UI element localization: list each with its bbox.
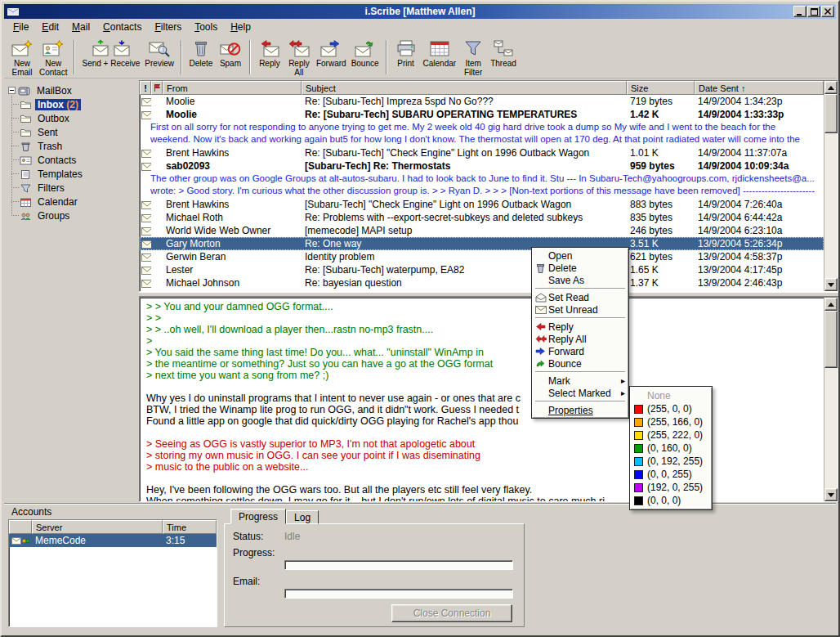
- mark-option-0-0-255[interactable]: (0, 0, 255): [631, 468, 711, 481]
- context-menu-open[interactable]: Open: [533, 249, 628, 262]
- column-date-sent[interactable]: Date Sent ↑: [695, 81, 824, 95]
- column-priority[interactable]: !: [140, 81, 151, 95]
- scroll-down-button[interactable]: [824, 278, 838, 291]
- toolbar-button-send-receive[interactable]: Send + Receive: [79, 37, 142, 68]
- scroll-up-button[interactable]: [824, 81, 838, 94]
- toolbar-button-print[interactable]: Print: [391, 37, 421, 68]
- menu-edit[interactable]: Edit: [35, 20, 65, 35]
- context-menu-mark[interactable]: Mark▸: [533, 375, 628, 387]
- accounts-header: ServerTime: [9, 520, 217, 534]
- scrollbar-thumb[interactable]: [824, 311, 838, 368]
- menu-file[interactable]: File: [7, 20, 35, 35]
- mail-row[interactable]: sab02093[Subaru-Tech] Re: Thermostats959…: [140, 159, 824, 173]
- mark-option-255-0-0[interactable]: (255, 0, 0): [631, 402, 711, 415]
- menu-help[interactable]: Help: [224, 20, 257, 35]
- mail-row[interactable]: Gerwin BeranIdentity problem621 bytes13/…: [140, 250, 824, 263]
- mail-row[interactable]: Brent Hawkins[Subaru-Tech] "Check Engine…: [140, 198, 824, 211]
- close-button[interactable]: [821, 6, 834, 17]
- account-row[interactable]: MemeCode3:15: [9, 534, 217, 547]
- close-connection-button[interactable]: Close Connection: [391, 604, 512, 622]
- folder-trash[interactable]: Trash: [20, 139, 136, 153]
- tree-root-mailbox[interactable]: MailBox: [7, 83, 136, 97]
- folder-templates[interactable]: Templates: [20, 167, 136, 181]
- color-swatch: [634, 496, 643, 505]
- context-menu-save-as[interactable]: Save As: [533, 274, 628, 286]
- folder-filters[interactable]: Filters: [20, 181, 136, 195]
- context-menu-set-read[interactable]: Set Read: [533, 291, 628, 303]
- mail-size: 1.37 K: [627, 276, 695, 289]
- message-line: > the meantime or something? Just so you…: [146, 358, 817, 370]
- mark-option-0-192-255[interactable]: (0, 192, 255): [631, 455, 711, 468]
- column-server[interactable]: Server: [32, 520, 163, 534]
- context-menu-delete[interactable]: Delete: [533, 262, 628, 274]
- mail-list-pane: !FromSubjectSizeDate Sent ↑ MoolieRe: [S…: [139, 80, 838, 292]
- mark-option-0-160-0[interactable]: (0, 160, 0): [631, 442, 711, 455]
- column-size[interactable]: Size: [627, 81, 695, 95]
- mail-list-scrollbar[interactable]: [824, 81, 838, 291]
- scrollbar-track[interactable]: [824, 94, 838, 278]
- folder-calendar[interactable]: Calendar: [20, 195, 136, 209]
- mark-option-0-0-0[interactable]: (0, 0, 0): [631, 494, 711, 507]
- context-menu-select-marked[interactable]: Select Marked▸: [533, 387, 628, 399]
- folder-sent[interactable]: Sent: [20, 125, 136, 139]
- collapse-icon[interactable]: [8, 87, 16, 94]
- preview-scrollbar[interactable]: [824, 298, 838, 501]
- toolbar-button-forward[interactable]: Forward: [314, 37, 349, 68]
- menu-filters[interactable]: Filters: [148, 20, 188, 35]
- minimize-button[interactable]: [793, 6, 806, 17]
- context-menu-set-unread[interactable]: Set Unread: [533, 303, 628, 316]
- scroll-up-button[interactable]: [824, 298, 838, 311]
- menu-mail[interactable]: Mail: [65, 20, 96, 35]
- toolbar-button-reply[interactable]: Reply: [255, 37, 284, 68]
- mail-row[interactable]: Michael JohnsonRe: bayesian question1.37…: [140, 276, 824, 289]
- mark-option-192-0-255[interactable]: (192, 0, 255): [631, 481, 711, 494]
- toolbar-button-calendar[interactable]: Calendar: [421, 37, 459, 68]
- toolbar-button-reply-all[interactable]: Reply All: [284, 37, 314, 77]
- folder-inbox[interactable]: Inbox (2): [20, 97, 136, 111]
- win-minimize-icon: [797, 8, 803, 16]
- scroll-down-button[interactable]: [824, 488, 838, 501]
- column-from[interactable]: From: [163, 81, 302, 95]
- column-time[interactable]: Time: [163, 520, 217, 534]
- menu-contacts[interactable]: Contacts: [96, 20, 148, 35]
- folder-contacts[interactable]: Contacts: [20, 153, 136, 167]
- mark-option-255-166-0[interactable]: (255, 166, 0): [631, 415, 711, 428]
- menu-tools[interactable]: Tools: [188, 20, 224, 35]
- mark-option-none[interactable]: None: [631, 389, 711, 402]
- mail-row[interactable]: Brent HawkinsRe: [Subaru-Tech] "Check En…: [140, 146, 824, 159]
- toolbar-button-item-filter[interactable]: Item Filter: [458, 37, 488, 77]
- column-flag[interactable]: [151, 81, 163, 95]
- mail-row[interactable]: MoolieRe: [Subaru-Tech] SUBARU OPERATING…: [140, 108, 824, 121]
- mail-row[interactable]: MoolieRe: [Subaru-Tech] Impreza 5spd No …: [140, 95, 824, 108]
- scrollbar-track[interactable]: [824, 311, 838, 488]
- context-menu-bounce[interactable]: Bounce: [533, 357, 628, 370]
- color-swatch: [634, 470, 643, 479]
- toolbar-button-thread[interactable]: Thread: [488, 37, 519, 68]
- mail-row[interactable]: Gary MortonRe: One way3.51 K13/9/2004 5:…: [140, 237, 824, 250]
- folder-outbox[interactable]: Outbox: [20, 111, 136, 125]
- account-server: MemeCode: [32, 534, 163, 547]
- context-menu-reply-all[interactable]: Reply All: [533, 333, 628, 345]
- mail-row[interactable]: Michael RothRe: Problems with --export-s…: [140, 211, 824, 224]
- folder-groups[interactable]: Groups: [20, 209, 136, 222]
- context-menu-forward[interactable]: Forward: [533, 345, 628, 357]
- toolbar-button-new-contact[interactable]: New Contact: [37, 37, 69, 77]
- toolbar-button-preview[interactable]: Preview: [142, 37, 176, 68]
- toolbar-button-spam[interactable]: Spam: [216, 37, 245, 68]
- mail-row[interactable]: World Wide Web Owner[memecode] MAPI setu…: [140, 224, 824, 237]
- toolbar-button-new-email[interactable]: New Email: [7, 37, 37, 77]
- toolbar-button-delete[interactable]: Delete: [186, 37, 216, 68]
- toolbar-button-bounce[interactable]: Bounce: [349, 37, 382, 68]
- mail-row[interactable]: LesterRe: [Subaru-Tech] waterpump, EA821…: [140, 263, 824, 276]
- mail-from: Brent Hawkins: [163, 146, 302, 159]
- context-menu-properties[interactable]: Properties: [533, 404, 628, 416]
- maximize-button[interactable]: [807, 6, 820, 17]
- mark-option-255-222-0[interactable]: (255, 222, 0): [631, 428, 711, 442]
- column-subject[interactable]: Subject: [302, 81, 627, 95]
- tab-progress[interactable]: Progress: [230, 509, 286, 524]
- titlebar[interactable]: i.Scribe [Matthew Allen]: [4, 4, 836, 19]
- tab-log[interactable]: Log: [286, 510, 319, 524]
- scrollbar-thumb[interactable]: [824, 94, 838, 133]
- column-account-icon[interactable]: [9, 520, 32, 534]
- context-menu-reply[interactable]: Reply: [533, 321, 628, 333]
